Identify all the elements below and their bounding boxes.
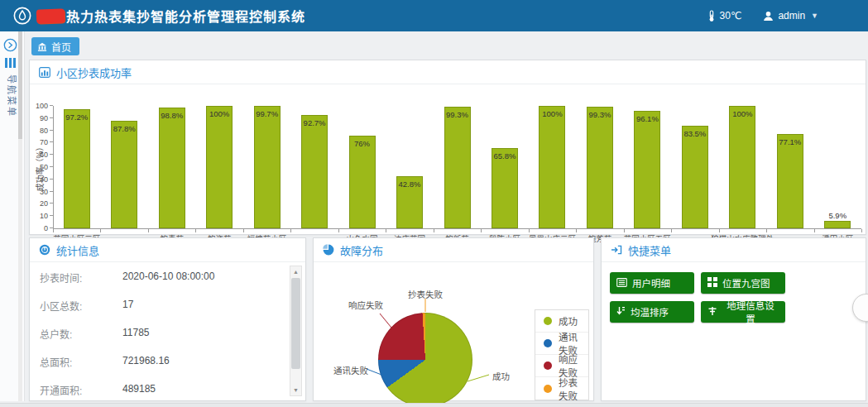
pie-callout-label: 成功: [492, 370, 510, 382]
bar-15: 77.1%: [777, 134, 803, 228]
scroll-up-icon[interactable]: ▲: [290, 266, 301, 277]
fault-distribution-header: 故障分布: [314, 238, 593, 262]
stat-value: 489185: [122, 383, 156, 395]
quick-button-均温排序[interactable]: 均温排序: [610, 301, 694, 323]
bar-6: 76%: [349, 136, 376, 228]
tab-home-label: 首页: [51, 40, 71, 54]
quick-button-label: 均温排序: [631, 305, 669, 318]
pie-legend: 成功通讯失败响应失败抄表失败: [535, 309, 589, 400]
y-tick-label: 90: [26, 114, 48, 122]
sidebar-scrollbar[interactable]: [18, 31, 22, 401]
enter-arrow-icon: [611, 245, 622, 255]
bar-value-label: 96.1%: [636, 114, 659, 123]
statistics-list: 抄表时间:2020-06-10 08:00:00小区总数:17总户数:11785…: [30, 262, 287, 401]
bar-chart-icon: [39, 67, 50, 78]
sort-icon: [616, 306, 626, 318]
redacted-company-name: [36, 8, 65, 23]
left-sidebar: 导航菜单: [0, 31, 25, 401]
quick-menu-header: 快捷菜单: [602, 238, 866, 262]
list-icon: [616, 278, 627, 289]
quick-button-地理信息设置[interactable]: 地理信息设置: [701, 301, 785, 323]
y-tick-label: 100: [26, 102, 48, 110]
bar-3: 100%: [206, 106, 233, 228]
pie-chart-icon: [323, 244, 334, 256]
legend-item-成功[interactable]: 成功: [535, 310, 588, 333]
chevron-down-icon: ▼: [811, 12, 818, 20]
stat-value: 11785: [122, 327, 149, 338]
stat-label: 小区总数:: [40, 299, 82, 313]
y-tick-label: 50: [26, 163, 48, 171]
bar-value-label: 98.8%: [161, 111, 183, 120]
y-tick-label: 30: [26, 188, 48, 196]
tab-home[interactable]: 首页: [31, 37, 79, 55]
grid-icon: [707, 277, 717, 289]
y-tick-label: 70: [26, 138, 48, 146]
bar-value-label: 100%: [542, 109, 562, 118]
app-title: 热力热表集抄智能分析管理程控制系统: [66, 6, 305, 26]
bar-11: 99.3%: [587, 107, 613, 228]
statistics-scrollbar[interactable]: ▲ ▼: [290, 266, 302, 396]
scroll-down-icon[interactable]: ▼: [290, 385, 301, 395]
legend-item-抄表失败[interactable]: 抄表失败: [535, 377, 588, 400]
y-tick-label: 80: [26, 127, 48, 135]
y-tick-label: 40: [26, 175, 48, 184]
bar-9: 65.8%: [492, 148, 518, 228]
bar-value-label: 42.8%: [399, 180, 421, 189]
pie-callout-label: 响应失败: [348, 299, 383, 311]
stat-row: 开通面积:489185: [30, 375, 287, 401]
stat-row: 小区总数:17: [30, 290, 287, 318]
user-icon: [763, 11, 774, 22]
sidebar-collapse-icon[interactable]: [3, 38, 17, 52]
success-rate-panel-header: 小区抄表成功率: [30, 60, 866, 84]
pie-callout-label: 通讯失败: [333, 364, 368, 376]
bar-value-label: 99.3%: [446, 110, 468, 119]
legend-label: 成功: [559, 314, 578, 328]
bar-value-label: 99.7%: [256, 109, 278, 118]
bar-value-label: 83.5%: [683, 129, 706, 138]
thermometer-icon: [707, 10, 716, 22]
fault-distribution-panel: 故障分布 抄表失败响应失败通讯失败成功成功通讯失败响应失败抄表失败: [313, 237, 594, 401]
flame-logo-icon: [13, 7, 31, 25]
bottom-strip: [0, 403, 868, 407]
legend-dot-icon: [544, 362, 552, 370]
bar-value-label: 100%: [209, 109, 229, 118]
floating-widget-clipped[interactable]: [852, 294, 868, 322]
bar-0: 97.2%: [64, 109, 90, 228]
menu-bars-icon[interactable]: [5, 58, 17, 68]
legend-item-通讯失败[interactable]: 通讯失败: [535, 333, 588, 355]
fault-distribution-title: 故障分布: [340, 242, 383, 258]
stat-label: 总面积:: [40, 355, 72, 369]
scrollbar-thumb[interactable]: [291, 278, 300, 369]
user-menu[interactable]: admin ▼: [763, 10, 818, 22]
quick-menu-grid: 用户明细位置九宫图均温排序地理信息设置: [610, 272, 785, 323]
stat-label: 总户数:: [40, 327, 72, 341]
statistics-panel-header: 统计信息: [30, 238, 305, 262]
bar-value-label: 100%: [732, 109, 752, 118]
y-tick-label: 60: [26, 151, 48, 159]
legend-item-响应失败[interactable]: 响应失败: [535, 355, 588, 377]
bar-value-label: 99.3%: [588, 110, 611, 119]
geo-icon: [707, 306, 717, 318]
bar-value-label: 65.8%: [494, 151, 516, 160]
bar-12: 96.1%: [634, 111, 660, 228]
quick-button-位置九宫图[interactable]: 位置九宫图: [701, 272, 785, 294]
bar-value-label: 87.8%: [113, 124, 136, 133]
legend-label: 抄表失败: [559, 376, 580, 402]
bar-1: 87.8%: [111, 121, 137, 228]
bar-2: 98.8%: [159, 108, 185, 228]
quick-button-用户明细[interactable]: 用户明细: [610, 272, 694, 294]
bar-value-label: 77.1%: [779, 137, 801, 146]
quick-menu-title: 快捷菜单: [628, 242, 671, 258]
stat-value: 2020-06-10 08:00:00: [122, 271, 214, 282]
success-rate-title: 小区抄表成功率: [56, 65, 132, 80]
stat-value: 721968.16: [122, 355, 170, 366]
bar-7: 42.8%: [396, 176, 423, 228]
statistics-panel: 统计信息 抄表时间:2020-06-10 08:00:00小区总数:17总户数:…: [29, 237, 306, 401]
stat-value: 17: [122, 299, 133, 310]
temperature-value: 30℃: [720, 10, 742, 22]
bar-16: 5.9%: [824, 221, 851, 228]
statistics-title: 统计信息: [56, 242, 99, 258]
quick-button-label: 地理信息设置: [722, 299, 779, 325]
app-header: 热力热表集抄智能分析管理程控制系统 30℃ admin ▼: [0, 0, 868, 31]
y-tick-label: 0: [26, 224, 48, 232]
